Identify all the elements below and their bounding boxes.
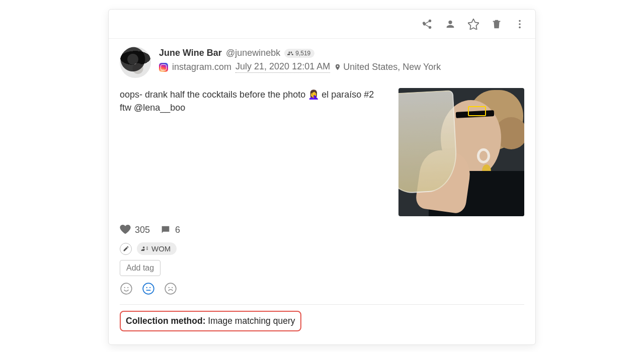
- sentiment-row: [120, 282, 524, 295]
- frown-icon: [164, 282, 177, 295]
- post-timestamp[interactable]: July 21, 2020 12:01 AM: [235, 61, 330, 73]
- share-icon[interactable]: [422, 19, 433, 30]
- comments[interactable]: 6: [160, 224, 180, 235]
- svg-point-5: [127, 287, 128, 288]
- location-pin-icon: [334, 63, 341, 71]
- neutral-face-icon: [142, 282, 155, 295]
- comment-icon: [160, 224, 171, 235]
- svg-point-3: [121, 283, 132, 294]
- collection-method-label: Collection method:: [126, 316, 205, 326]
- wom-chip-label: WOM: [151, 244, 171, 253]
- post-text-part1: oops- drank half the cocktails before th…: [120, 90, 308, 100]
- svg-point-8: [149, 287, 150, 288]
- heart-icon: [120, 224, 131, 235]
- wom-chip[interactable]: WOM: [137, 242, 177, 255]
- facepalm-emoji: 🤦‍♀️: [308, 90, 319, 100]
- wom-icon: [141, 245, 148, 252]
- comments-count: 6: [175, 225, 180, 235]
- person-icon[interactable]: [445, 19, 456, 30]
- svg-point-1: [519, 23, 521, 25]
- author-name[interactable]: June Wine Bar: [159, 48, 222, 58]
- trash-icon[interactable]: [491, 19, 502, 30]
- sentiment-negative[interactable]: [164, 282, 177, 295]
- svg-point-10: [169, 287, 170, 288]
- author-handle[interactable]: @junewinebk: [226, 48, 280, 58]
- svg-point-7: [146, 287, 147, 288]
- add-tag-button[interactable]: Add tag: [120, 260, 160, 276]
- collection-method-callout: Collection method: Image matching query: [120, 311, 301, 331]
- svg-point-9: [165, 283, 176, 294]
- edit-tags-button[interactable]: [120, 243, 132, 255]
- location-text: United States, New York: [343, 62, 441, 72]
- instagram-icon: [159, 63, 168, 72]
- post-text: oops- drank half the cocktails before th…: [120, 88, 386, 216]
- divider: [120, 304, 524, 305]
- post-header: June Wine Bar @junewinebk 9,519 instagra…: [120, 47, 524, 78]
- svg-point-2: [519, 26, 521, 28]
- smile-icon: [120, 282, 133, 295]
- avatar[interactable]: [120, 47, 151, 78]
- card-toolbar: [109, 10, 535, 39]
- svg-point-4: [124, 287, 125, 288]
- collection-method-value: Image matching query: [208, 316, 295, 326]
- source-domain[interactable]: instagram.com: [172, 62, 231, 72]
- post-media[interactable]: [398, 88, 524, 216]
- more-vert-icon[interactable]: [514, 19, 525, 30]
- people-icon: [287, 50, 293, 56]
- tag-row: WOM: [120, 242, 524, 255]
- star-icon[interactable]: [468, 19, 479, 30]
- detection-box: [468, 106, 486, 116]
- svg-point-0: [519, 20, 521, 22]
- engagement-row: 305 6: [120, 224, 524, 235]
- sentiment-neutral[interactable]: [142, 282, 155, 295]
- svg-point-6: [143, 283, 154, 294]
- svg-point-11: [172, 287, 173, 288]
- post-location: United States, New York: [334, 62, 441, 72]
- sentiment-positive[interactable]: [120, 282, 133, 295]
- follower-count-pill: 9,519: [284, 49, 314, 58]
- post-card: June Wine Bar @junewinebk 9,519 instagra…: [108, 9, 536, 345]
- likes[interactable]: 305: [120, 224, 150, 235]
- likes-count: 305: [135, 225, 150, 235]
- follower-count: 9,519: [295, 50, 310, 57]
- pencil-icon: [123, 245, 129, 252]
